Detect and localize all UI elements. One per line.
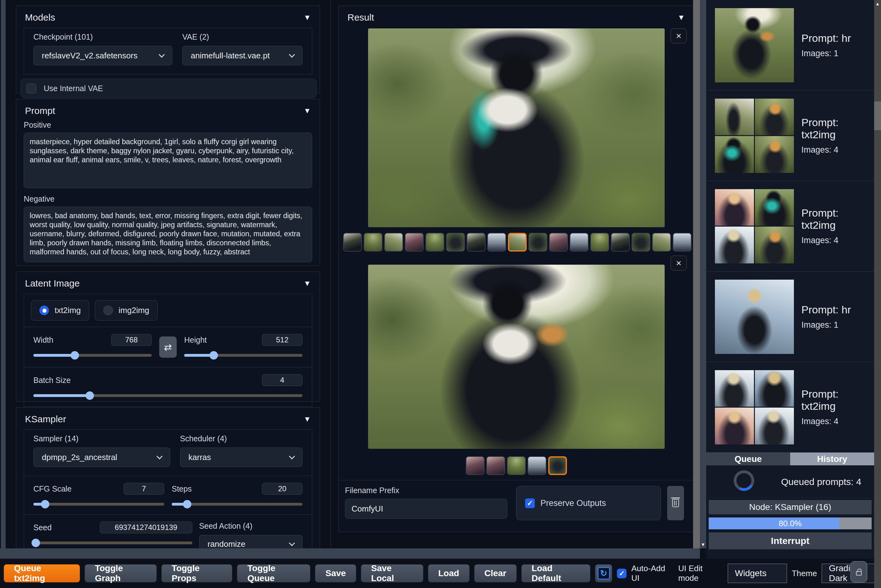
positive-prompt-input[interactable]: masterpiece, hyper detailed background, … xyxy=(24,133,312,188)
history-image[interactable] xyxy=(715,99,754,135)
steps-slider[interactable] xyxy=(172,503,303,506)
gallery-thumbnail[interactable] xyxy=(507,456,526,475)
gallery-thumbnail[interactable] xyxy=(549,233,568,252)
history-item[interactable]: Prompt: hr Images: 1 xyxy=(706,272,874,362)
batch-size-value[interactable]: 4 xyxy=(262,374,303,386)
refresh-button[interactable]: ↻ xyxy=(595,564,612,582)
use-internal-vae-checkbox[interactable] xyxy=(27,84,36,93)
cfg-scale-slider[interactable] xyxy=(33,503,164,506)
scroll-down-icon[interactable]: ▼ xyxy=(700,542,706,547)
steps-value[interactable]: 20 xyxy=(262,483,303,495)
gallery-thumbnail[interactable] xyxy=(487,233,506,252)
collapse-icon[interactable]: ▼ xyxy=(677,13,685,22)
tab[interactable]: Queue xyxy=(706,453,790,465)
mode-radio-option[interactable]: txt2img xyxy=(31,300,89,321)
sampler-select[interactable]: dpmpp_2s_ancestral xyxy=(33,447,170,467)
toolbar-button[interactable]: Load Default xyxy=(521,564,590,582)
history-item[interactable]: Prompt: txt2img Images: 4 xyxy=(706,90,874,181)
filename-prefix-input[interactable] xyxy=(345,499,507,519)
toolbar-button[interactable]: Queue txt2img xyxy=(4,564,80,582)
result-image-2[interactable] xyxy=(368,265,665,449)
gallery-thumbnail[interactable] xyxy=(548,456,567,475)
result-image-1[interactable] xyxy=(368,28,665,227)
tab[interactable]: History xyxy=(790,453,874,465)
horizontal-scrollbar[interactable] xyxy=(0,548,700,559)
gallery-thumbnail[interactable] xyxy=(652,233,671,252)
history-image[interactable] xyxy=(715,408,754,444)
vae-select[interactable]: animefull-latest.vae.pt xyxy=(182,46,303,65)
history-image[interactable] xyxy=(755,370,794,407)
gallery-thumbnail[interactable] xyxy=(590,233,609,252)
gallery-thumbnail[interactable] xyxy=(632,233,650,252)
history-image[interactable] xyxy=(715,226,754,263)
history-image[interactable] xyxy=(755,189,794,226)
gallery-thumbnail[interactable] xyxy=(446,233,465,252)
gallery-thumbnail[interactable] xyxy=(467,233,485,252)
seed-slider[interactable] xyxy=(33,542,192,544)
toolbar-button[interactable]: Save xyxy=(315,564,356,582)
collapse-icon[interactable]: ▼ xyxy=(303,106,311,115)
history-item[interactable]: Prompt: hr Images: 1 xyxy=(706,0,874,90)
toolbar-button[interactable]: Clear xyxy=(474,564,517,582)
gallery-thumbnail[interactable] xyxy=(426,233,444,252)
gallery-thumbnail[interactable] xyxy=(486,456,505,475)
close-image-button[interactable]: × xyxy=(671,256,687,271)
window-scrollbar-thumb[interactable] xyxy=(874,101,881,130)
collapse-icon[interactable]: ▼ xyxy=(303,279,311,288)
gallery-thumbnail[interactable] xyxy=(466,456,485,475)
toolbar-button[interactable]: Toggle Props xyxy=(161,564,233,582)
batch-size-slider[interactable] xyxy=(33,394,303,397)
collapse-icon[interactable]: ▼ xyxy=(303,13,311,22)
gallery-thumbnail[interactable] xyxy=(570,233,588,252)
middle-scrollbar[interactable] xyxy=(693,0,700,548)
history-image[interactable] xyxy=(715,189,754,226)
gallery-thumbnail[interactable] xyxy=(343,233,362,252)
gallery-thumbnail[interactable] xyxy=(528,456,546,475)
width-slider[interactable] xyxy=(33,354,152,357)
toolbar-button[interactable]: Save Local xyxy=(361,564,423,582)
history-image[interactable] xyxy=(755,226,794,263)
right-panel-scrollbar[interactable]: ▼ xyxy=(700,0,706,548)
scroll-up-icon[interactable]: ▲ xyxy=(874,1,881,6)
toolbar-button[interactable]: Toggle Graph xyxy=(85,564,157,582)
delete-outputs-button[interactable] xyxy=(667,486,684,520)
cfg-scale-value[interactable]: 7 xyxy=(124,483,164,495)
height-value[interactable]: 512 xyxy=(262,334,303,346)
history-image[interactable] xyxy=(755,408,794,444)
toolbar-buttons: Queue txt2img Toggle Graph Toggle Props … xyxy=(4,564,590,582)
gallery-thumbnail[interactable] xyxy=(364,233,383,252)
seed-value[interactable]: 693741274019139 xyxy=(100,522,192,533)
toolbar-button[interactable]: Load xyxy=(428,564,470,582)
interrupt-button[interactable]: Interrupt xyxy=(709,532,872,549)
gallery-thumbnail[interactable] xyxy=(528,233,547,252)
width-value[interactable]: 768 xyxy=(111,334,152,346)
checkpoint-select[interactable]: refslaveV2_v2.safetensors xyxy=(33,46,172,65)
history-item[interactable]: Prompt: txt2img Images: 4 xyxy=(706,181,874,272)
toolbar-button[interactable]: Toggle Queue xyxy=(237,564,310,582)
swap-dimensions-button[interactable]: ⇄ xyxy=(159,336,177,358)
history-image[interactable] xyxy=(715,136,754,173)
ui-edit-mode-select[interactable]: Widgets xyxy=(728,564,787,583)
gallery-thumbnail[interactable] xyxy=(384,233,403,252)
height-slider[interactable] xyxy=(184,354,303,357)
history-image[interactable] xyxy=(755,99,794,135)
history-image[interactable] xyxy=(715,370,754,407)
close-image-button[interactable]: × xyxy=(671,28,687,44)
gallery-thumbnail[interactable] xyxy=(673,233,692,252)
history-image[interactable] xyxy=(755,136,794,173)
collapse-icon[interactable]: ▼ xyxy=(303,415,311,423)
preserve-outputs-checkbox[interactable]: ✓ xyxy=(525,498,535,508)
gallery-thumbnail[interactable] xyxy=(508,233,527,252)
gallery-thumbnail[interactable] xyxy=(611,233,630,252)
gallery-thumbnail[interactable] xyxy=(405,233,424,252)
lock-button[interactable] xyxy=(850,561,867,582)
window-scrollbar[interactable]: ▲ xyxy=(874,0,881,588)
history-image[interactable] xyxy=(715,8,794,82)
history-item[interactable]: Prompt: txt2img Images: 4 xyxy=(706,362,874,453)
negative-prompt-input[interactable]: lowres, bad anatomy, bad hands, text, er… xyxy=(24,207,312,262)
scheduler-select[interactable]: karras xyxy=(180,447,303,467)
auto-add-ui-checkbox[interactable]: ✓ xyxy=(617,568,627,578)
left-scrollbar[interactable] xyxy=(1,0,6,548)
history-image[interactable] xyxy=(715,280,794,354)
mode-radio-option[interactable]: img2img xyxy=(95,300,158,321)
